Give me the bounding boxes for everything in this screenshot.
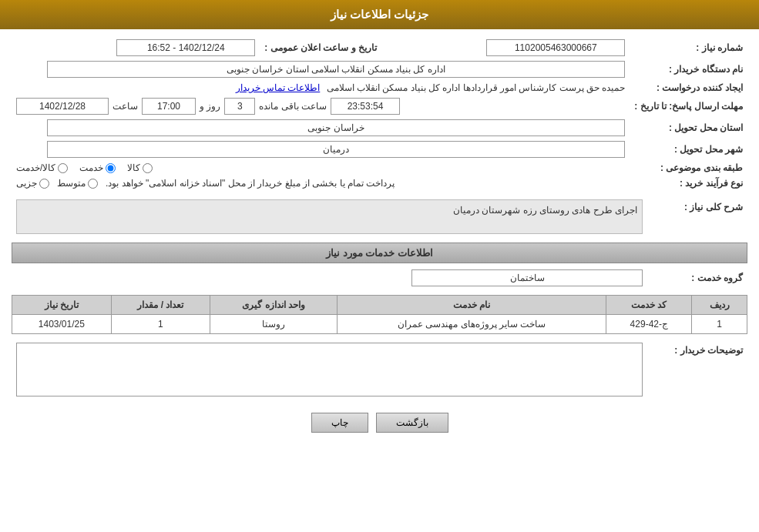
col-tarikh: تاریخ نیاز <box>12 296 112 315</box>
back-button[interactable]: بازگشت <box>376 413 448 433</box>
page-container: جزئیات اطلاعات نیاز شماره نیاز : 1102005… <box>0 0 759 532</box>
shahr-box: درمیان <box>47 141 626 158</box>
table-row: 1ج-42-429ساخت سایر پروژه‌های مهندسی عمرا… <box>12 315 747 334</box>
kala-label: کالا <box>127 162 140 173</box>
radio-motovaset-input[interactable] <box>88 179 98 189</box>
shomareNiaz-label: شماره نیاز : <box>630 37 747 59</box>
ostanTahvil-label: استان محل تحویل : <box>630 117 747 139</box>
naveFarayand-row: جزیی متوسط پرداخت تمام یا بخشی از مبلغ خ… <box>12 176 630 191</box>
sharhKoli-label: شرح کلی نیاز : <box>647 197 747 236</box>
radio-kala-input[interactable] <box>143 163 153 173</box>
ijad-text: حمیده حق پرست کارشناس امور قراردادها ادا… <box>327 82 626 93</box>
tozihat-table: توضیحات خریدار : <box>12 340 747 401</box>
table-cell: ج-42-429 <box>606 315 692 334</box>
table-cell: 1403/01/25 <box>12 315 112 334</box>
shahrTahvil-label: شهر محل تحویل : <box>630 139 747 160</box>
sharh-table: شرح کلی نیاز : اجرای طرح هادی روستای رزه… <box>12 197 747 236</box>
saat-box: 17:00 <box>142 98 196 115</box>
radio-kala-khedmat: کالا/خدمت <box>16 162 68 173</box>
ijadKonande-label: ایجاد کننده درخواست : <box>630 80 747 95</box>
namDastgah-box: اداره کل بنیاد مسکن انقلاب اسلامی استان … <box>47 61 626 78</box>
radio-khedmat-input[interactable] <box>106 163 116 173</box>
jozvi-label: جزیی <box>16 178 37 189</box>
col-kod: کد خدمت <box>606 296 692 315</box>
tozihat-value <box>12 340 647 401</box>
grohe-table: گروه خدمت : ساختمان <box>12 267 747 289</box>
service-table: ردیف کد خدمت نام خدمت واحد اندازه گیری ت… <box>12 295 747 334</box>
tozihat-label: توضیحات خریدار : <box>647 340 747 401</box>
shahrTahvil-value: درمیان <box>12 139 630 160</box>
col-radif: ردیف <box>692 296 747 315</box>
ostan-box: خراسان جنوبی <box>47 119 626 136</box>
tarikhElan-box: 1402/12/24 - 16:52 <box>116 39 255 56</box>
print-button[interactable]: چاپ <box>311 413 368 433</box>
motovaset-label: متوسط <box>57 178 86 189</box>
grohe-box: ساختمان <box>411 269 643 286</box>
radio-jozvi: جزیی <box>16 178 49 189</box>
tarikh-box: 1402/12/28 <box>16 98 109 115</box>
khedmat-label: خدمت <box>79 162 103 173</box>
col-nam: نام خدمت <box>337 296 606 315</box>
tarikhErsal-label: مهلت ارسال پاسخ: تا تاریخ : <box>630 95 747 117</box>
naveFarayand-label: نوع فرآیند خرید : <box>630 176 747 191</box>
radio-kala: کالا <box>127 162 153 173</box>
kala-khedmat-label: کالا/خدمت <box>16 162 55 173</box>
groheKhedmat-label: گروه خدمت : <box>647 267 747 289</box>
tozihat-textarea[interactable] <box>16 343 643 396</box>
roz-label: روز و <box>200 101 220 112</box>
ijadKonande-value: حمیده حق پرست کارشناس امور قراردادها ادا… <box>12 80 630 95</box>
sharhKoli-box: اجرای طرح هادی روستای رزه شهرستان درمیان <box>16 199 643 234</box>
table-cell: 1 <box>111 315 210 334</box>
saatBaghi-label: ساعت باقی مانده <box>259 101 327 112</box>
khedamat-section-header: اطلاعات خدمات مورد نیاز <box>12 243 747 263</box>
radio-khedmat: خدمت <box>79 162 116 173</box>
content-area: شماره نیاز : 1102005463000667 تاریخ و سا… <box>0 29 759 452</box>
radio-jozvi-input[interactable] <box>39 179 49 189</box>
radio-kala-khedmat-input[interactable] <box>58 163 68 173</box>
info-table-top: شماره نیاز : 1102005463000667 تاریخ و سا… <box>12 37 747 191</box>
button-bar: بازگشت چاپ <box>12 413 747 444</box>
saatBaghi-box: 23:53:54 <box>331 98 400 115</box>
saat-label: ساعت <box>113 101 138 112</box>
tarikhElan-value: 1402/12/24 - 16:52 <box>12 37 260 59</box>
sharh-text: اجرای طرح هادی روستای رزه شهرستان درمیان <box>453 205 637 216</box>
etelaatTamas-link[interactable]: اطلاعات تماس خریدار <box>236 82 321 93</box>
namDastgah-value: اداره کل بنیاد مسکن انقلاب اسلامی استان … <box>12 59 630 80</box>
shomareNiaz-value: 1102005463000667 <box>381 37 630 59</box>
table-cell: 1 <box>692 315 747 334</box>
table-cell: روستا <box>210 315 338 334</box>
shomareNiaz-box: 1102005463000667 <box>486 39 625 56</box>
farayand-desc: پرداخت تمام یا بخشی از مبلغ خریدار از مح… <box>106 178 395 189</box>
table-cell: ساخت سایر پروژه‌های مهندسی عمران <box>337 315 606 334</box>
page-header: جزئیات اطلاعات نیاز <box>0 0 759 29</box>
page-title: جزئیات اطلاعات نیاز <box>331 8 428 21</box>
radio-motovaset: متوسط <box>57 178 98 189</box>
namDastgah-label: نام دستگاه خریدار : <box>630 59 747 80</box>
tabaqe-label: طبقه بندی موضوعی : <box>630 160 747 176</box>
tabaqe-radios: کالا/خدمت خدمت کالا <box>12 160 630 176</box>
ostanTahvil-value: خراسان جنوبی <box>12 117 630 139</box>
groheKhedmat-value: ساختمان <box>12 267 647 289</box>
roz-box: 3 <box>224 98 255 115</box>
sharhKoli-value: اجرای طرح هادی روستای رزه شهرستان درمیان <box>12 197 647 236</box>
tarikhElan-label: تاریخ و ساعت اعلان عمومی : <box>260 37 381 59</box>
col-tedad: تعداد / مقدار <box>111 296 210 315</box>
col-vahed: واحد اندازه گیری <box>210 296 338 315</box>
tarikhErsal-row: 1402/12/28 ساعت 17:00 روز و 3 ساعت باقی … <box>12 95 630 117</box>
